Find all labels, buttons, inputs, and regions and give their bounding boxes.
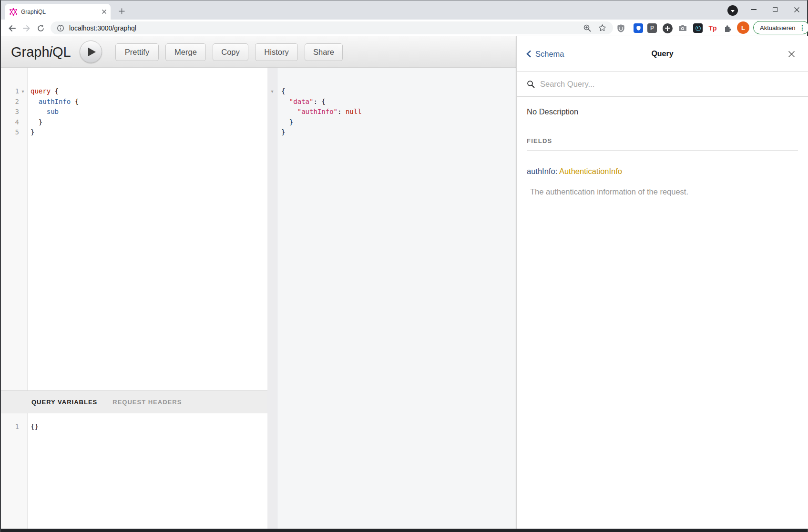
extensions-puzzle-icon[interactable]: [721, 22, 734, 34]
graphql-logo-icon: [10, 8, 17, 16]
address-bar[interactable]: localhost:3000/graphql: [51, 21, 613, 34]
doc-explorer-panel: Schema Query No Description FIELDS authI…: [516, 36, 808, 529]
p-extension-icon[interactable]: P: [646, 22, 658, 34]
gutter-line: 1▾: [1, 86, 27, 97]
code-line: "authInfo": null: [281, 107, 516, 117]
ublock-extension-icon[interactable]: [614, 22, 627, 34]
doc-panel-title: Query: [517, 50, 808, 58]
fold-caret-empty: [267, 97, 277, 107]
minimize-icon: [751, 9, 757, 10]
doc-search-box[interactable]: [517, 72, 808, 97]
gutter-line: 4: [1, 117, 27, 128]
search-icon: [527, 80, 535, 89]
variables-editor-code[interactable]: {}: [28, 413, 267, 529]
fold-caret-empty: [267, 127, 277, 138]
new-tab-button[interactable]: [115, 5, 128, 17]
window-close-button[interactable]: [786, 0, 807, 19]
tab-query-variables[interactable]: QUERY VARIABLES: [31, 399, 97, 406]
doc-explorer-header: Schema Query: [517, 36, 808, 72]
forward-button[interactable]: [20, 22, 32, 34]
prettify-button[interactable]: Prettify: [115, 43, 159, 61]
code-line: }: [31, 117, 267, 128]
taskbar-sliver: [1, 529, 807, 532]
gutter-line: 2: [1, 97, 27, 107]
doc-field-row: authInfo: AuthenticationInfo: [527, 167, 798, 176]
browser-toolbar: localhost:3000/graphql: [1, 20, 807, 36]
browser-window: GraphiQL: [0, 0, 808, 532]
gutter-line: 1: [1, 422, 27, 432]
url-text: localhost:3000/graphql: [69, 24, 136, 32]
browser-titlebar: GraphiQL: [1, 0, 807, 20]
fold-caret-icon[interactable]: ▾: [267, 86, 277, 97]
doc-field-description: The authentication information of the re…: [527, 187, 798, 196]
merge-button[interactable]: Merge: [165, 43, 206, 61]
doc-fields-label: FIELDS: [527, 137, 798, 151]
fold-caret-empty: [19, 97, 27, 107]
update-button-label: Aktualisieren: [760, 24, 795, 31]
tab-close-icon[interactable]: [102, 9, 107, 14]
result-json: { "data": { "authInfo": null }}: [277, 68, 516, 529]
site-info-icon[interactable]: [57, 24, 64, 32]
code-line: {}: [31, 422, 267, 432]
caret-down-icon: [731, 10, 735, 12]
gutter-line: [267, 117, 277, 128]
tp-extension-icon[interactable]: Tp: [706, 22, 719, 34]
fold-caret-empty: [19, 422, 27, 432]
close-icon: [794, 7, 800, 13]
gutter-line: [267, 97, 277, 107]
media-controls-button[interactable]: [727, 5, 738, 16]
variables-tabbar: QUERY VARIABLES REQUEST HEADERS: [1, 390, 267, 413]
copy-button[interactable]: Copy: [213, 43, 248, 61]
gutter-line: [267, 107, 277, 117]
result-viewer: ▾ { "data": { "authInfo": null }}: [267, 68, 516, 529]
tab-title: GraphiQL: [21, 9, 102, 15]
profile-avatar[interactable]: L: [737, 21, 749, 34]
fold-caret-empty: [267, 117, 277, 128]
doc-content: No Description FIELDS authInfo: Authenti…: [517, 107, 808, 196]
share-button[interactable]: Share: [305, 43, 343, 61]
result-fold-gutter[interactable]: ▾: [267, 68, 277, 529]
doc-close-button[interactable]: [785, 48, 798, 60]
zoom-icon[interactable]: [583, 24, 592, 32]
play-icon: [88, 48, 96, 56]
bookmark-star-icon[interactable]: [598, 24, 606, 32]
move-tool-extension-icon[interactable]: [661, 22, 674, 34]
code-line: }: [31, 127, 267, 138]
graphiql-workspace: 1▾2345 query { authInfo { sub }} QUERY V…: [1, 68, 516, 529]
variables-editor-gutter: 1: [1, 413, 28, 529]
doc-field-name-link[interactable]: authInfo: [527, 167, 555, 175]
tab-request-headers[interactable]: REQUEST HEADERS: [113, 399, 182, 406]
query-editor-code[interactable]: query { authInfo { sub }}: [28, 68, 267, 390]
react-devtools-extension-icon[interactable]: [692, 22, 704, 34]
update-button[interactable]: Aktualisieren ⋮: [753, 21, 808, 34]
query-editor-gutter: 1▾2345: [1, 68, 28, 390]
doc-type-description: No Description: [527, 107, 798, 116]
code-line: "data": {: [281, 97, 516, 107]
fold-caret-icon[interactable]: ▾: [19, 86, 27, 97]
doc-field-type-link[interactable]: AuthenticationInfo: [559, 167, 622, 175]
code-line: query {: [31, 86, 267, 97]
reload-button[interactable]: [34, 22, 47, 34]
doc-search-input[interactable]: [540, 80, 745, 89]
fold-caret-empty: [267, 107, 277, 117]
menu-dots-icon: ⋮: [799, 24, 805, 31]
back-button[interactable]: [6, 22, 18, 34]
close-icon: [788, 51, 795, 58]
code-line: }: [281, 117, 516, 128]
fold-caret-empty: [19, 127, 27, 138]
execute-query-button[interactable]: [80, 41, 102, 63]
fold-caret-empty: [19, 107, 27, 117]
history-button[interactable]: History: [255, 43, 298, 61]
fold-caret-empty: [19, 117, 27, 128]
gutter-line: ▾: [267, 86, 277, 97]
query-editor[interactable]: 1▾2345 query { authInfo { sub }}: [1, 68, 267, 390]
gutter-line: [267, 127, 277, 138]
maximize-icon: [773, 7, 777, 12]
bitwarden-extension-icon[interactable]: [632, 22, 644, 34]
gutter-line: 5: [1, 127, 27, 138]
browser-tab[interactable]: GraphiQL: [5, 4, 111, 20]
camera-extension-icon[interactable]: [676, 22, 689, 34]
window-maximize-button[interactable]: [765, 0, 786, 19]
window-minimize-button[interactable]: [743, 0, 764, 19]
variables-editor[interactable]: 1 {}: [1, 413, 267, 529]
